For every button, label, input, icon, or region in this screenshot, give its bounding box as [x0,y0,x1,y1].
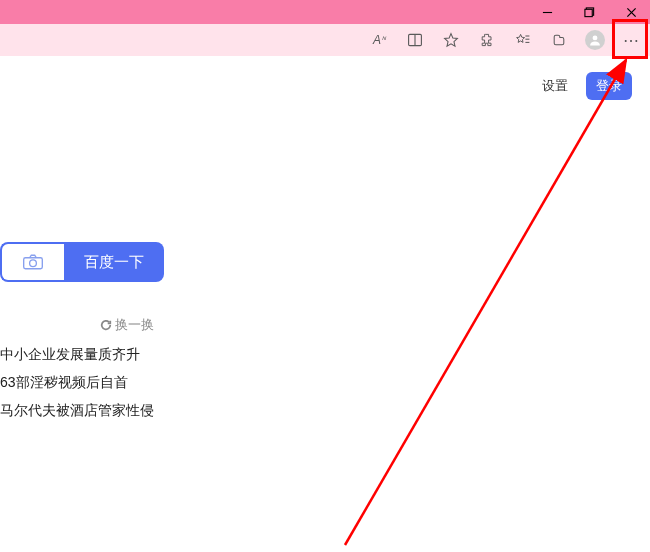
profile-icon[interactable] [582,27,608,53]
refresh-label: 换一换 [115,316,154,334]
page-header: 设置 登录 [0,56,650,100]
browser-toolbar: Aᴺ ⋯ [0,24,650,56]
svg-rect-2 [584,9,591,16]
news-list: 中小企业发展量质齐升 63部淫秽视频后自首 马尔代夫被酒店管家性侵 [0,340,154,424]
minimize-button[interactable] [532,1,562,23]
extensions-icon[interactable] [474,27,500,53]
news-item[interactable]: 63部淫秽视频后自首 [0,368,154,396]
favorites-list-icon[interactable] [510,27,536,53]
maximize-button[interactable] [574,1,604,23]
more-menu-icon[interactable]: ⋯ [618,27,644,53]
svg-point-14 [30,260,37,267]
svg-line-16 [345,60,626,545]
window-title-bar [0,0,650,24]
reading-view-icon[interactable] [402,27,428,53]
svg-marker-7 [445,34,458,47]
news-item[interactable]: 马尔代夫被酒店管家性侵 [0,396,154,424]
refresh-icon [100,319,112,331]
login-button[interactable]: 登录 [586,72,632,100]
news-item[interactable]: 中小企业发展量质齐升 [0,340,154,368]
read-aloud-icon[interactable]: Aᴺ [366,27,392,53]
favorite-star-icon[interactable] [438,27,464,53]
collections-icon[interactable] [546,27,572,53]
camera-search-icon[interactable] [0,242,64,282]
refresh-news-link[interactable]: 换一换 [100,316,154,334]
search-area: 百度一下 [0,242,164,282]
search-button[interactable]: 百度一下 [64,242,164,282]
svg-point-12 [593,35,598,40]
settings-link[interactable]: 设置 [542,77,568,95]
close-button[interactable] [616,1,646,23]
svg-marker-8 [517,34,525,42]
